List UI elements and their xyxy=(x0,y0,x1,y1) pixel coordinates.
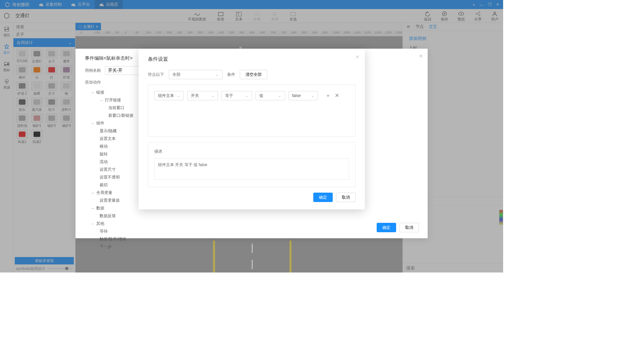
cond-field-select[interactable]: 组件文本⌄ xyxy=(154,91,184,100)
condition-modal: ✕ 条件设置 符合以下 全部⌄ 条件 清空全部 组件文本⌄ 开关⌄ 等于⌄ 值⌄… xyxy=(139,49,365,209)
tree-leaf[interactable]: 下一步 xyxy=(100,243,418,251)
tree-node[interactable]: –其他 xyxy=(91,220,418,228)
condition-row: 组件文本⌄ 开关⌄ 等于⌄ 值⌄ false⌄ ＋ ✕ xyxy=(154,91,349,100)
match-select[interactable]: 全部⌄ xyxy=(169,70,222,79)
cond-operator-select[interactable]: 等于⌄ xyxy=(221,91,252,100)
cond-cancel-button[interactable]: 取消 xyxy=(336,193,356,202)
close-icon[interactable]: ✕ xyxy=(419,53,423,59)
clear-all-button[interactable]: 清空全部 xyxy=(240,70,267,79)
case-name-label: 用例名称 xyxy=(85,68,101,73)
add-condition-icon[interactable]: ＋ xyxy=(325,92,331,99)
desc-label: 描述 xyxy=(154,149,349,154)
match-label: 符合以下 xyxy=(148,72,164,78)
cond-value-select[interactable]: false⌄ xyxy=(288,91,318,100)
cond-ok-button[interactable]: 确定 xyxy=(313,193,333,202)
tree-leaf[interactable]: 等待 xyxy=(100,228,418,235)
remove-condition-icon[interactable]: ✕ xyxy=(335,92,339,99)
tree-leaf[interactable]: 数据反馈 xyxy=(100,212,418,220)
cond-target-select[interactable]: 开关⌄ xyxy=(187,91,218,100)
condition-title: 条件设置 xyxy=(148,56,356,62)
conditions-card: 组件文本⌄ 开关⌄ 等于⌄ 值⌄ false⌄ ＋ ✕ xyxy=(148,85,356,137)
tree-leaf[interactable]: 触发/暂停/继续 xyxy=(100,235,418,243)
description-textarea[interactable] xyxy=(154,158,349,180)
close-icon[interactable]: ✕ xyxy=(355,54,360,60)
event-ok-button[interactable]: 确定 xyxy=(377,223,396,232)
description-card: 描述 xyxy=(148,142,356,187)
cond-valuetype-select[interactable]: 值⌄ xyxy=(256,91,285,100)
cond-label: 条件 xyxy=(227,72,235,78)
event-cancel-button[interactable]: 取消 xyxy=(399,223,419,232)
